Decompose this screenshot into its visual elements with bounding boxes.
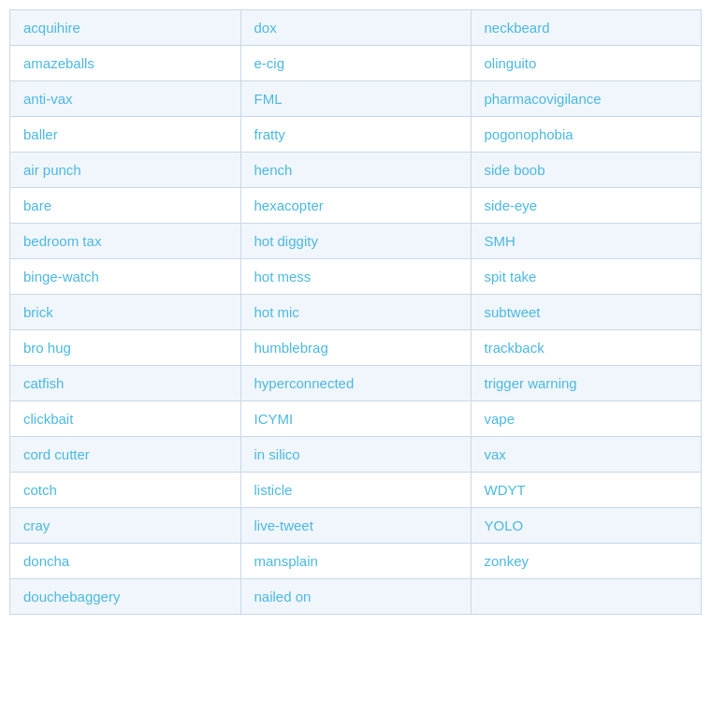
table-cell: pharmacovigilance [471, 81, 701, 117]
table-row: catfishhyperconnectedtrigger warning [10, 366, 701, 401]
table-row: anti-vaxFMLpharmacovigilance [10, 81, 701, 117]
table-row: bedroom taxhot diggitySMH [10, 224, 701, 259]
table-cell: hot mic [240, 295, 471, 330]
table-cell: baller [10, 117, 240, 153]
table-cell: dox [240, 10, 471, 46]
table-cell: pogonophobia [471, 117, 701, 153]
table-cell: douchebaggery [10, 579, 240, 615]
table-row: acquihiredoxneckbeard [10, 10, 701, 46]
table-cell: hot mess [240, 259, 471, 295]
table-cell: ICYMI [240, 401, 471, 437]
table-cell: amazeballs [10, 46, 240, 81]
table-cell: hyperconnected [240, 366, 471, 401]
table-cell: humblebrag [240, 330, 471, 366]
table-cell: brick [10, 295, 240, 330]
table-cell: trigger warning [471, 366, 701, 401]
table-cell: zonkey [471, 544, 701, 579]
table-cell: WDYT [471, 473, 701, 508]
table-row: cord cutterin silicovax [10, 437, 701, 473]
table-cell: anti-vax [10, 81, 240, 117]
table-row: bro hughumblebragtrackback [10, 330, 701, 366]
table-cell: olinguito [471, 46, 701, 81]
table-cell: neckbeard [471, 10, 701, 46]
table-cell: vape [471, 401, 701, 437]
table-row: craylive-tweetYOLO [10, 508, 701, 544]
table-cell: doncha [10, 544, 240, 579]
table-cell: mansplain [240, 544, 471, 579]
table-cell: cray [10, 508, 240, 544]
table-row: air punchhenchside boob [10, 153, 701, 188]
table-cell: live-tweet [240, 508, 471, 544]
table-cell: acquihire [10, 10, 240, 46]
table-row: cotchlisticleWDYT [10, 473, 701, 508]
table-cell: air punch [10, 153, 240, 188]
table-cell: side-eye [471, 188, 701, 224]
table-cell: clickbait [10, 401, 240, 437]
table-cell: hot diggity [240, 224, 471, 259]
words-grid: acquihiredoxneckbeardamazeballse-cigolin… [10, 10, 701, 614]
table-row: brickhot micsubtweet [10, 295, 701, 330]
table-cell [471, 579, 701, 615]
table-cell: spit take [471, 259, 701, 295]
table-cell: vax [471, 437, 701, 473]
table-cell: in silico [240, 437, 471, 473]
table-cell: e-cig [240, 46, 471, 81]
table-cell: YOLO [471, 508, 701, 544]
table-cell: subtweet [471, 295, 701, 330]
table-cell: bare [10, 188, 240, 224]
table-row: amazeballse-cigolinguito [10, 46, 701, 81]
table-cell: bedroom tax [10, 224, 240, 259]
table-cell: trackback [471, 330, 701, 366]
table-cell: hench [240, 153, 471, 188]
table-cell: binge-watch [10, 259, 240, 295]
table-cell: listicle [240, 473, 471, 508]
table-row: donchamansplainzonkey [10, 544, 701, 579]
table-row: barehexacopterside-eye [10, 188, 701, 224]
table-cell: FML [240, 81, 471, 117]
table-cell: catfish [10, 366, 240, 401]
table-cell: side boob [471, 153, 701, 188]
table-cell: SMH [471, 224, 701, 259]
table-row: ballerfrattypogonophobia [10, 117, 701, 153]
table-cell: bro hug [10, 330, 240, 366]
table-cell: fratty [240, 117, 471, 153]
table-row: clickbaitICYMIvape [10, 401, 701, 437]
table-cell: cotch [10, 473, 240, 508]
table-row: binge-watchhot messspit take [10, 259, 701, 295]
table-row: douchebaggerynailed on [10, 579, 701, 615]
table-cell: cord cutter [10, 437, 240, 473]
word-table: acquihiredoxneckbeardamazeballse-cigolin… [9, 9, 702, 615]
table-cell: hexacopter [240, 188, 471, 224]
table-cell: nailed on [240, 579, 471, 615]
